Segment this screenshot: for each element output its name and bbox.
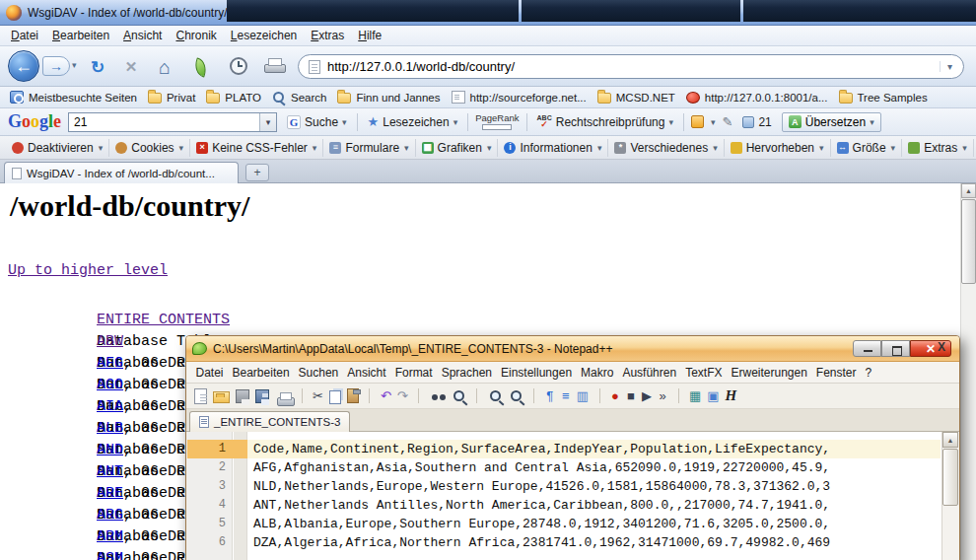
editor-line[interactable]: 5 ALB,Albania,Europe,Southern Europe,287… [187, 515, 941, 533]
doc-map-icon[interactable]: ▦ [687, 386, 703, 406]
forward-button[interactable]: → [42, 56, 70, 76]
dropdown-arrow-icon[interactable] [668, 117, 673, 127]
menu-item[interactable]: Hilfe [351, 27, 388, 44]
word-wrap-icon[interactable]: ¶ [543, 386, 557, 406]
webdev-item[interactable]: ≡ Formulare [323, 139, 415, 157]
line-text[interactable]: NLD,Netherlands,Europe,Western Europe,41… [247, 477, 941, 496]
dropdown-arrow-icon[interactable] [453, 117, 458, 127]
zoom-out-icon[interactable] [507, 386, 525, 406]
new-tab-button[interactable]: + [245, 164, 269, 181]
undo-icon[interactable]: ↶ [379, 386, 393, 406]
webdev-item[interactable]: Extras [902, 139, 974, 157]
webdev-item[interactable]: * Verschiedenes [608, 139, 724, 157]
indent-guide-icon[interactable]: ▥ [575, 386, 591, 406]
translate-button[interactable]: A Übersetzen [782, 112, 881, 132]
close-document-button[interactable]: X [938, 340, 945, 354]
dropdown-arrow-icon[interactable] [313, 143, 317, 153]
bookmark-item[interactable]: Search [268, 90, 333, 105]
dropdown-arrow-icon[interactable] [962, 143, 967, 153]
menu-item[interactable]: Chronik [169, 27, 223, 44]
scrollbar-up-button[interactable] [961, 183, 976, 198]
menu-item[interactable]: Sprachen [437, 364, 496, 382]
scrollbar-thumb[interactable] [961, 199, 976, 284]
dropdown-arrow-icon[interactable] [342, 117, 347, 127]
dropdown-arrow-icon[interactable] [404, 143, 409, 153]
find-icon[interactable] [428, 386, 448, 406]
line-text[interactable]: ANT,Netherlands Antilles,North America,C… [247, 496, 941, 515]
toolbar-separator[interactable] [671, 386, 685, 406]
menu-item[interactable]: Makro [577, 364, 618, 382]
dropdown-arrow-icon[interactable] [713, 143, 718, 153]
menu-item[interactable]: Ansicht [343, 364, 390, 382]
texthtml-icon[interactable]: H [724, 386, 739, 406]
highlighter-pen-icon[interactable] [723, 114, 733, 129]
dropdown-arrow-icon[interactable] [487, 143, 492, 153]
pagerank-widget[interactable]: PageRank [475, 113, 519, 130]
toolbar-separator[interactable] [527, 386, 541, 406]
document-tab[interactable]: _ENTIRE_CONTENTS-3 [189, 411, 350, 432]
cut-icon[interactable]: ✂ [311, 386, 325, 406]
dropdown-arrow-icon[interactable] [819, 143, 824, 153]
webdev-item[interactable]: Hervorheben [725, 139, 831, 157]
menu-item[interactable]: Suchen [294, 364, 343, 382]
scrollbar-up-button[interactable] [942, 432, 958, 448]
url-text[interactable]: http://127.0.0.1/world-db/country/ [327, 59, 940, 74]
menu-item[interactable]: Lesezeichen [224, 27, 304, 44]
stop-button[interactable]: ✕ [118, 54, 144, 80]
bookmark-item[interactable]: Tree Samples [835, 89, 935, 105]
editor-line[interactable]: 4 ANT,Netherlands Antilles,North America… [187, 496, 941, 515]
save-all-icon[interactable] [253, 386, 271, 406]
new-file-icon[interactable] [192, 386, 209, 406]
replace-icon[interactable] [450, 386, 468, 406]
line-text[interactable]: Code,Name,Continent,Region,SurfaceArea,I… [247, 440, 941, 458]
minimize-button[interactable] [853, 340, 881, 357]
editor-line[interactable]: 6 DZA,Algeria,Africa,Northern Africa,238… [187, 533, 941, 552]
menu-item[interactable]: Ansicht [116, 27, 169, 44]
url-bar[interactable]: http://127.0.0.1/world-db/country/ [298, 54, 964, 79]
toolbar-separator[interactable] [363, 386, 377, 406]
play-macro-icon[interactable]: ▶ [640, 386, 654, 406]
copy-icon[interactable] [327, 386, 343, 406]
counter-widget[interactable]: 21 [739, 113, 774, 131]
webdev-item[interactable]: ↔ Größe [831, 139, 903, 157]
dropdown-arrow-icon[interactable] [99, 143, 104, 153]
menu-item[interactable]: Einstellungen [497, 364, 577, 382]
spellcheck-button[interactable]: ABC ✓ Rechtschreibprüfung [534, 112, 676, 131]
line-text[interactable]: DZA,Algeria,Africa,Northern Africa,23817… [247, 533, 941, 552]
zoom-in-icon[interactable] [486, 386, 505, 406]
dropdown-arrow-icon[interactable] [711, 117, 716, 127]
save-icon[interactable] [234, 386, 251, 406]
line-text[interactable]: ALB,Albania,Europe,Southern Europe,28748… [247, 515, 941, 533]
webdev-item[interactable]: ▦ Grafiken [416, 139, 499, 157]
scrollbar-thumb[interactable] [942, 449, 958, 506]
webdev-item[interactable]: × Keine CSS-Fehler [190, 139, 323, 157]
editor-area[interactable]: 1 Code,Name,Continent,Region,SurfaceArea… [187, 432, 958, 560]
menu-item[interactable]: Erweiterungen [727, 364, 811, 382]
google-search-box[interactable]: 21 [68, 112, 277, 132]
up-to-higher-level-link[interactable]: Up to higher level [8, 262, 168, 279]
editor-line[interactable]: 1 Code,Name,Continent,Region,SurfaceArea… [187, 440, 941, 458]
menu-item[interactable]: TextFX [681, 364, 727, 382]
monitor-icon[interactable]: ▣ [705, 386, 721, 406]
run-macro-multiple-icon[interactable]: » [656, 386, 669, 406]
redo-icon[interactable]: ↷ [395, 386, 410, 406]
bookmark-item[interactable]: http://sourceforge.net... [448, 89, 593, 105]
toolbar-separator[interactable] [412, 386, 426, 406]
menu-item[interactable]: Datei [191, 364, 228, 382]
webdev-item[interactable]: i Informationen [498, 139, 608, 157]
bookmark-item[interactable]: http://127.0.0.1:8001/a... [682, 89, 835, 105]
notepadpp-titlebar[interactable]: C:\Users\Martin\AppData\Local\Temp\_ENTI… [186, 336, 959, 362]
toolbar-separator[interactable] [295, 386, 309, 406]
webdev-item[interactable]: Cookies [109, 139, 190, 157]
maximize-button[interactable] [881, 340, 910, 357]
google-bookmarks-button[interactable]: Lesezeichen [365, 112, 461, 131]
menu-item[interactable]: Format [390, 364, 437, 382]
menu-item[interactable]: Extras [304, 27, 351, 44]
dropdown-arrow-icon[interactable] [870, 117, 874, 127]
bookmark-item[interactable]: MCSD.NET [593, 89, 682, 105]
entry-link[interactable]: ENTIRE CONTENTS [97, 310, 239, 331]
dropdown-arrow-icon[interactable] [179, 143, 184, 153]
tab-wsgidav[interactable]: WsgiDAV - Index of /world-db/count... [4, 162, 239, 183]
autofill-icon[interactable] [691, 115, 704, 128]
toolbar-separator[interactable] [470, 386, 484, 406]
